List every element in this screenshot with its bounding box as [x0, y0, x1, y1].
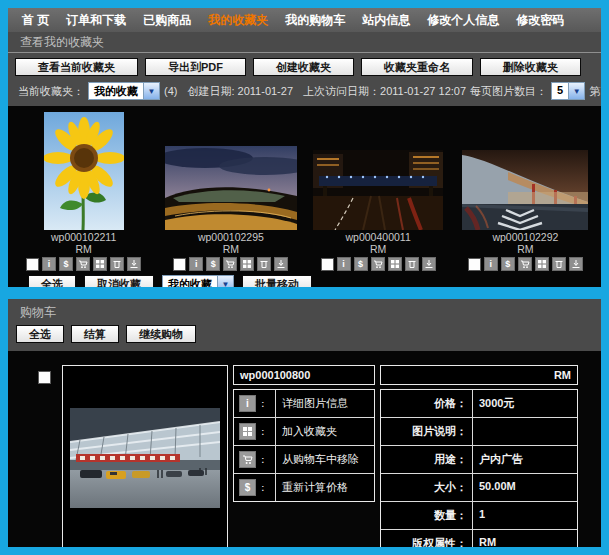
thumbnail-terminal-interior[interactable]: [70, 408, 220, 508]
detail-row-price: 价格： 3000元: [381, 390, 577, 418]
thumbnail-night-road[interactable]: [313, 150, 443, 230]
price-icon[interactable]: $: [501, 257, 515, 271]
usage-value: 户内广告: [473, 446, 577, 473]
gallery-item: wp000102211 RM i $: [10, 108, 157, 271]
folder-info-bar: 当前收藏夹： 我的收藏 ▼ (4) 创建日期: 2011-01-27 上次访问日…: [8, 79, 601, 106]
detail-row-license: 版权属性： RM: [381, 530, 577, 547]
nav-edit-profile[interactable]: 修改个人信息: [427, 12, 499, 29]
cart-icon[interactable]: [76, 257, 90, 271]
image-id: wp000102295: [198, 231, 264, 243]
info-icon[interactable]: i: [42, 257, 56, 271]
price-icon[interactable]: $: [59, 257, 73, 271]
cart-item-image-cell: [62, 365, 228, 547]
delete-icon[interactable]: [110, 257, 124, 271]
action-row-details[interactable]: i 详细图片信息: [234, 390, 374, 418]
current-folder-label: 当前收藏夹：: [18, 84, 84, 99]
thumbnail-sunflower[interactable]: [44, 112, 124, 230]
favorites-panel: 首 页 订单和下载 已购商品 我的收藏夹 我的购物车 站内信息 修改个人信息 修…: [8, 8, 601, 287]
action-row-recalculate[interactable]: $ 重新计算价格: [234, 474, 374, 501]
checkout-button[interactable]: 结算: [71, 325, 119, 343]
delete-icon[interactable]: [552, 257, 566, 271]
move-target-folder-select[interactable]: 我的收藏 ▼: [162, 275, 234, 287]
gallery-item: wp000102295 RM i $: [157, 108, 304, 271]
info-icon[interactable]: i: [239, 395, 256, 412]
item-checkbox[interactable]: [26, 258, 39, 271]
rename-folder-button[interactable]: 收藏夹重命名: [361, 58, 473, 76]
nav-change-password[interactable]: 修改密码: [516, 12, 564, 29]
download-icon[interactable]: [127, 257, 141, 271]
price-value: 3000元: [473, 390, 577, 417]
info-icon[interactable]: i: [484, 257, 498, 271]
image-id: wp000102211: [51, 231, 116, 243]
delete-icon[interactable]: [405, 257, 419, 271]
view-current-folder-button[interactable]: 查看当前收藏夹: [15, 58, 138, 76]
item-checkbox[interactable]: [173, 258, 186, 271]
favorite-icon[interactable]: [239, 423, 256, 440]
info-icon[interactable]: i: [189, 257, 203, 271]
license-badge: RM: [370, 243, 386, 255]
breadcrumb: 查看我的收藏夹: [8, 32, 601, 53]
nav-home[interactable]: 首 页: [22, 12, 49, 29]
download-icon[interactable]: [274, 257, 288, 271]
delete-icon[interactable]: [257, 257, 271, 271]
download-icon[interactable]: [569, 257, 583, 271]
nav-my-favorites[interactable]: 我的收藏夹: [208, 12, 268, 29]
item-checkbox[interactable]: [321, 258, 334, 271]
info-icon[interactable]: i: [337, 257, 351, 271]
nav-orders-downloads[interactable]: 订单和下载: [66, 12, 126, 29]
unfavorite-button[interactable]: 取消收藏: [84, 275, 154, 287]
image-id: wp000102292: [492, 231, 558, 243]
cart-item-details-table: 价格： 3000元 图片说明： 用途： 户内广告 大小： 50.00M 数量：: [380, 389, 578, 547]
folder-select[interactable]: 我的收藏 ▼: [88, 82, 160, 100]
license-badge: RM: [75, 243, 91, 255]
create-folder-button[interactable]: 创建收藏夹: [253, 58, 354, 76]
cart-item-actions-column: wp000100800 i 详细图片信息 加入收藏夹 从购物车中移除 $ 重新计…: [233, 365, 375, 502]
photo-stock-app: { "nav": { "items": ["首 页", "订单和下载", "已购…: [0, 0, 609, 555]
thumbnail-airport-curb[interactable]: [462, 150, 588, 230]
price-icon[interactable]: $: [239, 479, 256, 496]
cart-icon[interactable]: [371, 257, 385, 271]
detail-row-quantity: 数量： 1: [381, 502, 577, 530]
cart-panel: 购物车 全选 结算 继续购物: [8, 299, 601, 547]
last-visit-date: 上次访问日期：2011-01-27 12:07: [303, 84, 466, 99]
gallery-item: wp000400011 RM i $: [305, 108, 452, 271]
quantity-value: 1: [473, 502, 577, 529]
favorite-icon[interactable]: [240, 257, 254, 271]
favorite-icon[interactable]: [535, 257, 549, 271]
price-icon[interactable]: $: [206, 257, 220, 271]
action-row-add-favorite[interactable]: 加入收藏夹: [234, 418, 374, 446]
chevron-down-icon: ▼: [217, 276, 233, 287]
nav-my-cart[interactable]: 我的购物车: [285, 12, 345, 29]
cart-select-all-button[interactable]: 全选: [16, 325, 64, 343]
favorite-icon[interactable]: [388, 257, 402, 271]
delete-folder-button[interactable]: 删除收藏夹: [480, 58, 581, 76]
price-icon[interactable]: $: [354, 257, 368, 271]
detail-row-usage: 用途： 户内广告: [381, 446, 577, 474]
batch-move-button[interactable]: 批量移动: [242, 275, 312, 287]
nav-messages[interactable]: 站内信息: [362, 12, 410, 29]
cart-item-actions-table: i 详细图片信息 加入收藏夹 从购物车中移除 $ 重新计算价格: [233, 389, 375, 502]
thumbnail-terminal-dusk[interactable]: [165, 146, 297, 230]
item-checkbox[interactable]: [468, 258, 481, 271]
chevron-down-icon: ▼: [143, 83, 159, 99]
detail-row-description: 图片说明：: [381, 418, 577, 446]
cart-item-details-column: RM 价格： 3000元 图片说明： 用途： 户内广告 大小： 50.00M: [380, 365, 578, 547]
action-row-remove-from-cart[interactable]: 从购物车中移除: [234, 446, 374, 474]
download-icon[interactable]: [422, 257, 436, 271]
cart-icon[interactable]: [239, 451, 256, 468]
favorites-toolbar: 查看当前收藏夹 导出到PDF 创建收藏夹 收藏夹重命名 删除收藏夹: [8, 53, 601, 79]
license-value: RM: [473, 530, 577, 547]
cart-title: 购物车: [8, 302, 601, 324]
favorite-icon[interactable]: [93, 257, 107, 271]
select-all-button[interactable]: 全选: [28, 275, 76, 287]
per-page-select[interactable]: 5 ▼: [551, 82, 585, 100]
export-pdf-button[interactable]: 导出到PDF: [145, 58, 246, 76]
cart-icon[interactable]: [223, 257, 237, 271]
continue-shopping-button[interactable]: 继续购物: [126, 325, 196, 343]
cart-item-checkbox[interactable]: [38, 371, 51, 384]
cart-icon[interactable]: [518, 257, 532, 271]
nav-purchased[interactable]: 已购商品: [143, 12, 191, 29]
detail-row-size: 大小： 50.00M: [381, 474, 577, 502]
size-value: 50.00M: [473, 474, 577, 501]
chevron-down-icon: ▼: [568, 83, 584, 99]
